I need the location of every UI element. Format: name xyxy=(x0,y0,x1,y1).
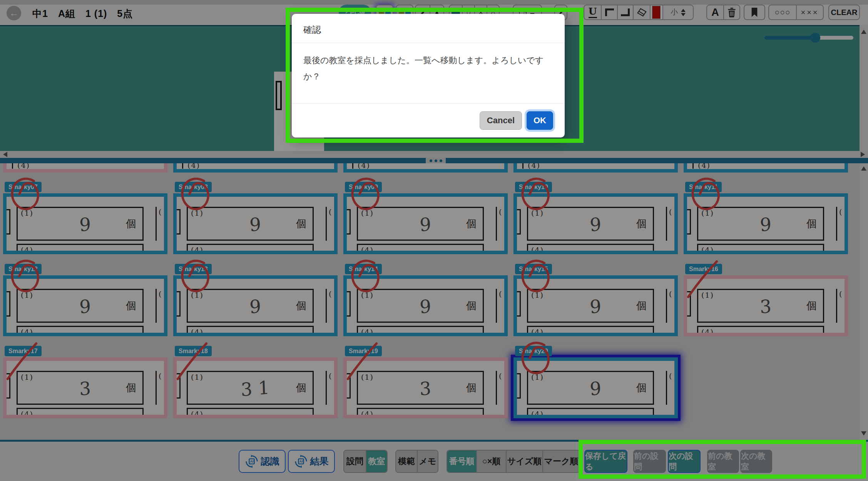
annotation-box-nav-buttons xyxy=(579,440,866,479)
annotation-box-modal xyxy=(286,8,584,143)
app-root: ← 中1 A組 1 (1) 5点 ? PC版 ○ × △ xyxy=(0,0,868,481)
